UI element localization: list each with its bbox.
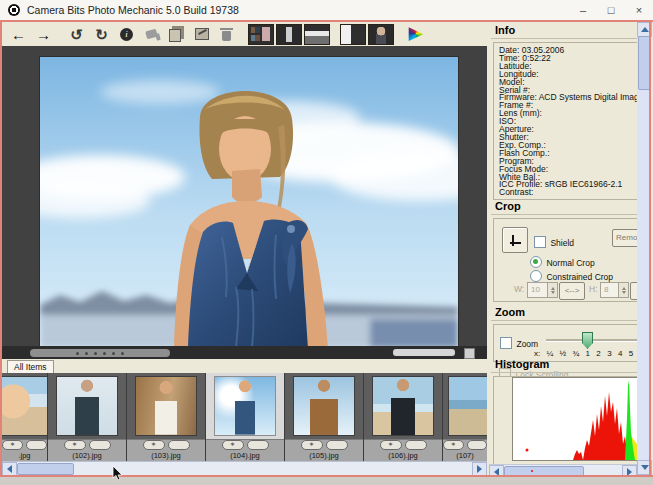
tab-all-items[interactable]: All Items bbox=[7, 360, 54, 374]
color-class-button[interactable] bbox=[467, 440, 488, 450]
thumbnail-image[interactable] bbox=[215, 377, 275, 435]
zoom-scale-label: x: bbox=[534, 349, 540, 358]
rotate-ccw-button[interactable]: ↺ bbox=[64, 23, 89, 45]
thumbnail-image[interactable] bbox=[449, 377, 487, 435]
stepper-arrows-icon[interactable] bbox=[547, 283, 557, 297]
zoom-scale-label: 2 bbox=[596, 349, 600, 358]
shield-checkbox[interactable] bbox=[534, 236, 546, 248]
swap-dimensions-button[interactable]: <--> bbox=[559, 282, 585, 300]
filmstrip-scrollbar[interactable] bbox=[2, 461, 487, 475]
thumbnail-filename: .jpg bbox=[2, 451, 47, 460]
scroll-right-button[interactable] bbox=[472, 462, 487, 476]
copy-icon bbox=[169, 29, 181, 42]
rating-button[interactable]: ∗ bbox=[222, 440, 244, 450]
minimize-button[interactable]: – bbox=[569, 1, 597, 20]
width-stepper[interactable]: 10 bbox=[527, 282, 558, 298]
toolbar: ← → ↺ ↻ i bbox=[2, 22, 491, 46]
height-label: H: bbox=[589, 284, 598, 294]
maximize-button[interactable]: □ bbox=[597, 1, 625, 20]
filmstrip-item[interactable]: ∗ (103).jpg bbox=[127, 373, 206, 461]
thumbnail-image[interactable] bbox=[2, 377, 48, 435]
delete-button[interactable] bbox=[214, 23, 239, 45]
color-wheel-button[interactable] bbox=[403, 23, 428, 45]
color-class-button[interactable] bbox=[247, 440, 269, 450]
color-wheel-icon bbox=[407, 26, 424, 42]
scroll-right-button[interactable] bbox=[622, 465, 637, 475]
thumbnail-filename: (107) bbox=[443, 451, 487, 460]
filmstrip-item[interactable]: ∗ (106).jpg bbox=[364, 373, 443, 461]
thumbnail-image[interactable] bbox=[57, 377, 117, 435]
color-class-button[interactable] bbox=[326, 440, 348, 450]
main-photo bbox=[40, 57, 458, 348]
rating-button[interactable]: ∗ bbox=[2, 440, 23, 450]
histogram-scrollbar[interactable] bbox=[489, 464, 637, 475]
zoom-scale-label: 5 bbox=[629, 349, 633, 358]
color-class-button[interactable] bbox=[405, 440, 427, 450]
scroll-left-button[interactable] bbox=[489, 465, 504, 475]
contact-sheet-view-button[interactable] bbox=[248, 24, 274, 45]
reject-button[interactable] bbox=[139, 23, 164, 45]
edit-button[interactable] bbox=[189, 23, 214, 45]
right-arrow-icon bbox=[627, 468, 632, 475]
crop-tool-button[interactable] bbox=[502, 227, 528, 253]
filmstrip-item[interactable]: ∗ (107) bbox=[443, 373, 487, 461]
zoom-scale-label: 3 bbox=[607, 349, 611, 358]
rotate-cw-icon: ↻ bbox=[95, 27, 108, 42]
zoom-checkbox[interactable] bbox=[500, 337, 512, 349]
height-stepper[interactable]: 8 bbox=[600, 282, 629, 298]
left-arrow-icon bbox=[494, 468, 499, 475]
rating-button[interactable]: ∗ bbox=[143, 440, 165, 450]
trash-icon bbox=[222, 31, 231, 41]
rating-button[interactable]: ∗ bbox=[64, 440, 86, 450]
histogram-scroll-thumb[interactable] bbox=[504, 466, 584, 475]
scroll-left-button[interactable] bbox=[2, 462, 17, 476]
forward-button[interactable]: → bbox=[31, 23, 56, 45]
rating-button[interactable]: ∗ bbox=[301, 440, 323, 450]
thumbnail-image[interactable] bbox=[373, 377, 433, 435]
zoom-scale-label: ¼ bbox=[547, 349, 554, 358]
filmstrip-item[interactable]: ∗ (104).jpg bbox=[206, 373, 285, 461]
back-button[interactable]: ← bbox=[6, 23, 31, 45]
down-arrow-icon bbox=[641, 465, 649, 470]
zoom-scale-labels: x:¼½¾123456 bbox=[534, 349, 644, 358]
thumbnail-image[interactable] bbox=[294, 377, 354, 435]
constrained-crop-radio[interactable] bbox=[530, 270, 542, 282]
zoom-slider-track[interactable] bbox=[546, 339, 642, 342]
info-button[interactable]: i bbox=[114, 23, 139, 45]
rating-button[interactable]: ∗ bbox=[380, 440, 402, 450]
rating-button[interactable]: ∗ bbox=[443, 440, 464, 450]
info-box: Date: 03.05.2006 Time: 0:52:22 Latitude:… bbox=[493, 42, 644, 200]
split-view-button[interactable] bbox=[340, 24, 366, 45]
color-class-button[interactable] bbox=[89, 440, 111, 450]
preview-view-button[interactable] bbox=[276, 24, 302, 45]
thumbnail-filename: (106).jpg bbox=[364, 451, 442, 460]
histogram-box bbox=[493, 376, 639, 466]
zoom-slider-thumb[interactable] bbox=[582, 332, 593, 349]
close-button[interactable]: × bbox=[625, 1, 653, 20]
rotate-cw-button[interactable]: ↻ bbox=[89, 23, 114, 45]
zoom-box: Zoom x:¼½¾123456 bbox=[493, 324, 639, 362]
preview-resize-button[interactable] bbox=[464, 348, 475, 359]
zoom-scale-label: ¾ bbox=[573, 349, 580, 358]
width-label: W: bbox=[514, 284, 524, 294]
page-navigator[interactable] bbox=[30, 349, 170, 357]
zoom-scale-label: ½ bbox=[560, 349, 567, 358]
filmstrip-item[interactable]: ∗ (105).jpg bbox=[285, 373, 364, 461]
filmstrip-item[interactable]: ∗ (102).jpg bbox=[48, 373, 127, 461]
color-class-button[interactable] bbox=[168, 440, 190, 450]
landscape-view-button[interactable] bbox=[304, 24, 330, 45]
preview-hscroll-thumb[interactable] bbox=[393, 349, 455, 356]
mouse-cursor bbox=[112, 466, 123, 482]
filmstrip-item[interactable]: ∗ .jpg bbox=[2, 373, 48, 461]
thumbnail-filename: (103).jpg bbox=[127, 451, 205, 460]
back-arrow-icon: ← bbox=[11, 27, 26, 42]
constrained-crop-label: Constrained Crop bbox=[546, 272, 613, 282]
shield-label: Shield bbox=[550, 238, 574, 248]
copy-button[interactable] bbox=[164, 23, 189, 45]
stepper-arrows-icon[interactable] bbox=[618, 283, 628, 297]
portrait-view-button[interactable] bbox=[368, 24, 394, 45]
color-class-button[interactable] bbox=[26, 440, 47, 450]
thumbnail-image[interactable] bbox=[136, 377, 196, 435]
filmstrip-scroll-thumb[interactable] bbox=[17, 463, 74, 475]
zoom-checkbox-label: Zoom bbox=[516, 339, 538, 349]
